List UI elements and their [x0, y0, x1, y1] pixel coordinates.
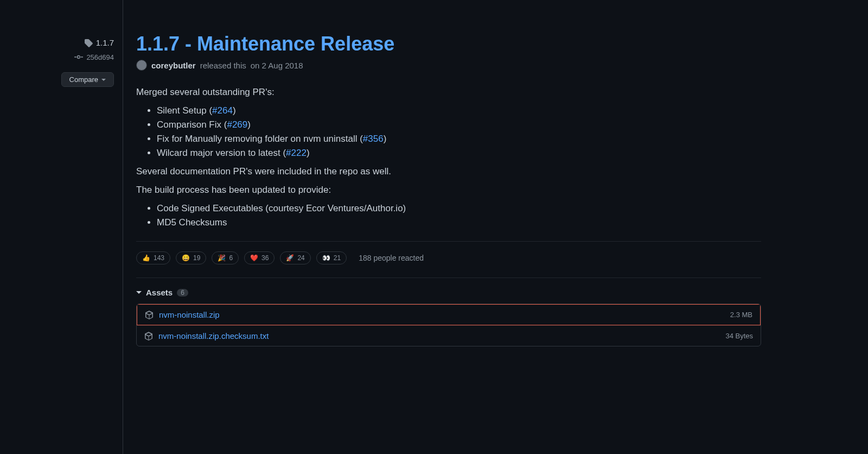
pr-link[interactable]: #269: [227, 119, 247, 130]
doc-note: Several documentation PR's were included…: [136, 166, 761, 177]
pr-link[interactable]: #222: [286, 148, 307, 158]
asset-row[interactable]: nvm-noinstall.zip 2.3 MB: [137, 304, 761, 325]
build-note: The build process has been updated to pr…: [136, 185, 761, 196]
asset-name: nvm-noinstall.zip: [159, 310, 220, 319]
commit-row[interactable]: 256d694: [74, 53, 114, 61]
asset-list: nvm-noinstall.zip 2.3 MB nvm-noinstall.z…: [136, 304, 761, 346]
list-item: Comparison Fix (#269): [157, 119, 761, 130]
list-item: Fix for Manually removing folder on nvm …: [157, 134, 761, 144]
assets-toggle[interactable]: Assets 6: [136, 288, 761, 297]
tag-icon: [84, 39, 93, 47]
compare-label: Compare: [69, 75, 98, 84]
pr-list: Silent Setup (#264) Comparison Fix (#269…: [136, 105, 761, 159]
list-item: Silent Setup (#264): [157, 105, 761, 116]
divider: [136, 241, 761, 242]
list-item: Wilcard major version to latest (#222): [157, 148, 761, 159]
list-item: MD5 Checksums: [157, 217, 761, 228]
commit-icon: [74, 53, 83, 61]
reaction-thumbsup[interactable]: 👍143: [136, 251, 170, 264]
avatar[interactable]: [136, 60, 147, 71]
asset-row[interactable]: nvm-noinstall.zip.checksum.txt 34 Bytes: [137, 325, 761, 346]
reaction-tada[interactable]: 🎉6: [212, 251, 239, 264]
tag-row[interactable]: 1.1.7: [84, 38, 114, 47]
list-item: Code Signed Executables (courtesy Ecor V…: [157, 203, 761, 214]
tag-name: 1.1.7: [96, 38, 114, 47]
assets-label: Assets: [146, 288, 173, 297]
release-byline: coreybutler released this on 2 Aug 2018: [136, 60, 761, 71]
reaction-heart[interactable]: ❤️36: [244, 251, 275, 264]
caret-down-icon: [101, 79, 106, 81]
author-name[interactable]: coreybutler: [151, 61, 196, 70]
reaction-summary: 188 people reacted: [359, 254, 424, 262]
pr-link[interactable]: #264: [212, 105, 233, 116]
released-text: released this: [200, 61, 246, 70]
intro-text: Merged several outstanding PR's:: [136, 87, 761, 98]
commit-sha: 256d694: [86, 53, 114, 61]
compare-button[interactable]: Compare: [61, 72, 114, 87]
reactions-bar: 👍143 😄19 🎉6 ❤️36 🚀24 👀21 188 people reac…: [136, 251, 761, 264]
reaction-eyes[interactable]: 👀21: [316, 251, 347, 264]
release-title[interactable]: 1.1.7 - Maintenance Release: [136, 33, 761, 55]
reaction-rocket[interactable]: 🚀24: [280, 251, 310, 264]
triangle-down-icon: [136, 291, 142, 294]
asset-size: 2.3 MB: [730, 311, 752, 319]
release-main: 1.1.7 - Maintenance Release coreybutler …: [123, 0, 774, 454]
pr-link[interactable]: #356: [363, 134, 384, 144]
package-icon: [144, 332, 153, 340]
build-list: Code Signed Executables (courtesy Ecor V…: [136, 203, 761, 228]
assets-count: 6: [177, 289, 188, 297]
asset-name: nvm-noinstall.zip.checksum.txt: [158, 331, 269, 340]
release-sidebar: 1.1.7 256d694 Compare: [0, 0, 123, 454]
divider: [136, 278, 761, 278]
release-date: on 2 Aug 2018: [251, 61, 303, 70]
asset-size: 34 Bytes: [725, 332, 753, 340]
package-icon: [145, 311, 154, 319]
reaction-laugh[interactable]: 😄19: [176, 251, 206, 264]
